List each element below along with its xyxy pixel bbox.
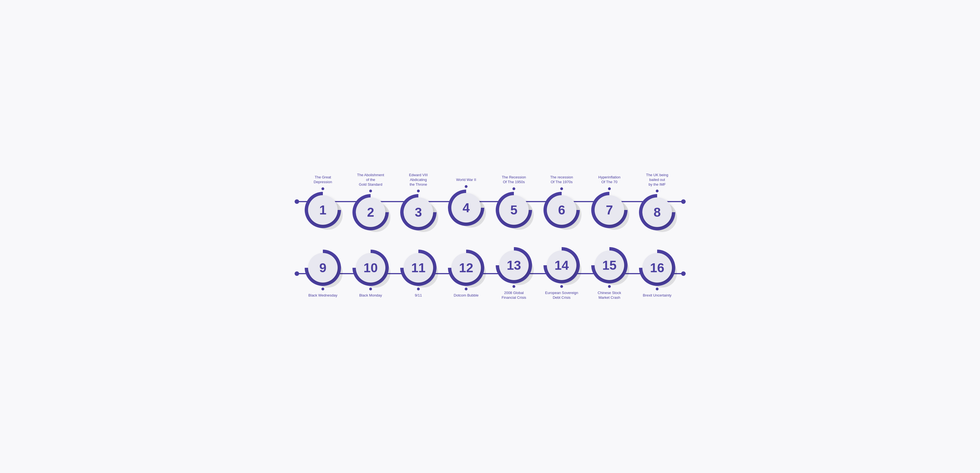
label-11: 9/11 [415, 293, 422, 298]
circle-inner-9: 9 [308, 253, 338, 283]
circle-inner-16: 16 [642, 253, 672, 283]
circle-inner-5: 5 [499, 195, 529, 225]
circle-ring-16: 16 [639, 250, 675, 286]
timeline-item-11: 11 9/11 [400, 250, 436, 298]
circle-ring-14: 14 [544, 247, 580, 283]
circle-number-15: 15 [602, 259, 616, 272]
connector-dot-2 [369, 190, 372, 192]
dot-below-15 [608, 285, 611, 288]
circle-number-2: 2 [367, 206, 374, 219]
label-3: Edward VIIIAbdicatingthe Throne [409, 173, 428, 187]
label-6: The recessionOf The 1970s [550, 175, 573, 184]
circle-number-16: 16 [650, 261, 664, 274]
circle-number-10: 10 [363, 261, 378, 274]
circle-node-2: 2 [352, 194, 389, 230]
dot-below-11 [417, 287, 420, 290]
circle-node-7: 7 [591, 192, 628, 228]
circle-node-11: 11 [400, 250, 436, 286]
circle-number-8: 8 [654, 206, 661, 219]
timeline-item-7: HyperinflationOf The 70 7 [591, 175, 628, 228]
circle-inner-6: 6 [547, 195, 576, 225]
line-start-dot-2 [294, 271, 299, 276]
circle-node-1: 1 [305, 192, 341, 228]
circle-number-9: 9 [319, 261, 326, 274]
circle-node-16: 16 [639, 250, 675, 286]
connector-dot-1 [321, 187, 324, 190]
circle-node-14: 14 [544, 247, 580, 283]
circle-number-6: 6 [558, 203, 565, 216]
circle-ring-15: 15 [591, 247, 628, 283]
timeline-item-1: The GreatDepression 1 [305, 175, 341, 228]
circle-ring-4: 4 [448, 190, 484, 226]
circle-node-8: 8 [639, 194, 675, 230]
circle-node-3: 3 [400, 194, 436, 230]
circle-node-9: 9 [305, 250, 341, 286]
circle-number-4: 4 [463, 201, 470, 214]
circle-inner-3: 3 [404, 197, 433, 227]
dot-below-14 [560, 285, 563, 288]
timeline-row-1: The GreatDepression 1 The Abolishmentof … [294, 173, 686, 231]
timeline-item-14: 14 European SovereignDebt Crisis [544, 247, 580, 300]
dot-below-12 [465, 287, 468, 290]
circle-number-14: 14 [554, 259, 569, 272]
circle-inner-10: 10 [356, 253, 385, 283]
connector-dot-6 [560, 187, 563, 190]
timeline-item-13: 13 2008 GlobalFinancial Crisis [496, 247, 532, 300]
dot-below-9 [321, 287, 324, 290]
timeline-items-2: 9 Black Wednesday 10 Black Monday [299, 247, 681, 300]
line-start-dot-1 [294, 199, 299, 204]
dot-below-10 [369, 287, 372, 290]
line-end-dot-2 [681, 271, 686, 276]
timeline-item-16: 16 Brexit Uncertainty [639, 250, 675, 298]
circle-ring-5: 5 [496, 192, 532, 228]
timeline-item-10: 10 Black Monday [352, 250, 389, 298]
circle-node-13: 13 [496, 247, 532, 283]
circle-inner-11: 11 [404, 253, 433, 283]
circle-node-12: 12 [448, 250, 484, 286]
label-14: European SovereignDebt Crisis [545, 290, 578, 300]
timeline-item-8: The UK beingbailed outby the IMF 8 [639, 173, 675, 231]
circle-ring-11: 11 [400, 250, 436, 286]
circle-inner-7: 7 [595, 195, 624, 225]
timeline-item-4: World War II 4 [448, 178, 484, 226]
connector-dot-3 [417, 190, 420, 192]
circle-ring-6: 6 [544, 192, 580, 228]
circle-ring-10: 10 [352, 250, 389, 286]
label-13: 2008 GlobalFinancial Crisis [501, 290, 526, 300]
label-16: Brexit Uncertainty [643, 293, 672, 298]
timeline-item-15: 15 Chinese StockMarket Crash [591, 247, 628, 300]
label-1: The GreatDepression [313, 175, 332, 184]
line-end-dot-1 [681, 199, 686, 204]
circle-number-12: 12 [459, 261, 473, 274]
circle-ring-9: 9 [305, 250, 341, 286]
circle-inner-1: 1 [308, 195, 338, 225]
label-8: The UK beingbailed outby the IMF [646, 173, 668, 187]
connector-dot-7 [608, 187, 611, 190]
label-12: Dotcom Bubble [454, 293, 479, 298]
circle-inner-8: 8 [642, 197, 672, 227]
circle-number-7: 7 [606, 203, 613, 216]
timeline-item-5: The RecessionOf The 1950s 5 [496, 175, 532, 228]
circle-number-13: 13 [507, 259, 521, 272]
circle-number-5: 5 [510, 203, 517, 216]
circle-ring-2: 2 [352, 194, 389, 230]
label-7: HyperinflationOf The 70 [598, 175, 620, 184]
circle-inner-15: 15 [595, 251, 624, 280]
timeline-wrapper: The GreatDepression 1 The Abolishmentof … [294, 156, 686, 317]
circle-node-15: 15 [591, 247, 628, 283]
circle-ring-3: 3 [400, 194, 436, 230]
label-9: Black Wednesday [308, 293, 337, 298]
dot-below-16 [656, 287, 659, 290]
timeline-item-6: The recessionOf The 1970s 6 [544, 175, 580, 228]
connector-dot-5 [512, 187, 515, 190]
circle-node-5: 5 [496, 192, 532, 228]
circle-ring-13: 13 [496, 247, 532, 283]
timeline-item-9: 9 Black Wednesday [305, 250, 341, 298]
timeline-item-12: 12 Dotcom Bubble [448, 250, 484, 298]
timeline-item-3: Edward VIIIAbdicatingthe Throne 3 [400, 173, 436, 231]
label-10: Black Monday [359, 293, 382, 298]
circle-number-1: 1 [319, 203, 326, 216]
circle-number-11: 11 [411, 261, 425, 274]
label-5: The RecessionOf The 1950s [502, 175, 526, 184]
circle-node-10: 10 [352, 250, 389, 286]
